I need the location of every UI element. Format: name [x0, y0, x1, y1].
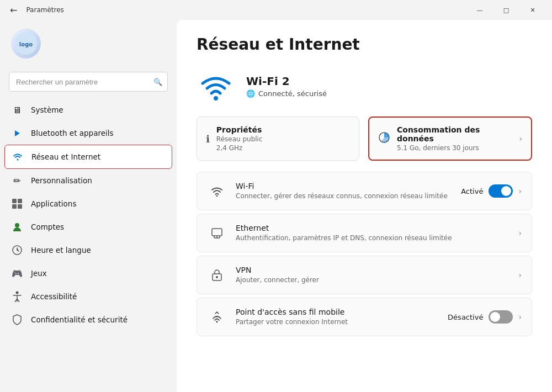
sidebar-item-label: Accessibilité — [31, 292, 77, 301]
properties-row: ℹ️ Propriétés Réseau public 2,4 GHz Cons — [197, 116, 532, 161]
svg-text:logo: logo — [19, 41, 33, 47]
systeme-icon: 🖥 — [11, 104, 23, 116]
hotspot-icon — [207, 307, 227, 327]
sidebar-item-comptes[interactable]: Comptes — [4, 215, 172, 239]
sidebar-item-heure[interactable]: Heure et langue — [4, 239, 172, 262]
ethernet-section-content: Ethernet Authentification, paramètres IP… — [236, 224, 509, 243]
sidebar-item-label: Jeux — [31, 269, 47, 278]
wifi-chevron-icon: › — [518, 187, 522, 195]
vpn-section-content: VPN Ajouter, connecter, gérer — [236, 266, 509, 285]
svg-point-10 — [214, 96, 218, 100]
sidebar-item-label: Heure et langue — [31, 246, 91, 255]
globe-icon: 🌐 — [246, 89, 255, 98]
close-button[interactable]: ✕ — [520, 1, 545, 19]
sidebar-item-label: Système — [31, 105, 63, 114]
back-button[interactable]: ← — [7, 3, 20, 18]
wifi-section-item[interactable]: Wi-Fi Connecter, gérer des réseaux connu… — [197, 172, 532, 210]
svg-rect-3 — [12, 199, 17, 203]
sidebar-profile: logo — [0, 20, 177, 70]
comptes-icon — [11, 221, 23, 233]
sidebar-item-label: Bluetooth et appareils — [31, 129, 114, 137]
ethernet-section-title: Ethernet — [236, 224, 509, 232]
avatar: logo — [11, 29, 41, 59]
sidebar-item-bluetooth[interactable]: Bluetooth et appareils — [4, 121, 172, 145]
titlebar-title: Paramètres — [26, 6, 63, 14]
sidebar-nav: 🖥 Système Bluetooth et appareils — [0, 98, 177, 381]
titlebar: ← Paramètres — □ ✕ — [0, 0, 552, 20]
chevron-right-icon: › — [519, 134, 522, 143]
hotspot-section-content: Point d'accès sans fil mobile Partager v… — [236, 308, 439, 327]
svg-point-7 — [15, 223, 19, 227]
svg-point-9 — [16, 292, 19, 294]
page-title: Réseau et Internet — [197, 35, 532, 54]
wifi-connection-status: 🌐 Connecté, sécurisé — [246, 89, 327, 98]
titlebar-controls: — □ ✕ — [467, 1, 545, 19]
sidebar-item-label: Confidentialité et sécurité — [31, 315, 128, 324]
vpn-section-title: VPN — [236, 266, 509, 274]
data-usage-sub: 5.1 Go, derniers 30 jours — [397, 144, 512, 152]
vpn-icon — [207, 265, 227, 285]
accessibilite-icon — [11, 290, 23, 303]
hotspot-section-sub: Partager votre connexion Internet — [236, 317, 439, 327]
ethernet-chevron-icon: › — [518, 229, 522, 237]
sidebar-item-label: Personnalisation — [31, 176, 92, 185]
apps-icon — [11, 198, 23, 210]
sidebar-item-systeme[interactable]: 🖥 Système — [4, 98, 172, 121]
properties-card[interactable]: ℹ️ Propriétés Réseau public 2,4 GHz — [197, 116, 359, 161]
data-usage-card[interactable]: Consommation des données 5.1 Go, dernier… — [368, 116, 532, 161]
bluetooth-icon — [11, 127, 23, 139]
sidebar-item-perso[interactable]: ✏️ Personnalisation — [4, 169, 172, 192]
prop-card-title: Propriétés — [216, 125, 350, 134]
wifi-section-right: Activé › — [461, 184, 522, 198]
svg-point-2 — [17, 159, 19, 161]
ethernet-icon — [207, 223, 227, 243]
reseau-icon — [12, 151, 24, 163]
prop-card-content: Propriétés Réseau public 2,4 GHz — [216, 125, 350, 152]
ethernet-section-sub: Authentification, paramètres IP et DNS, … — [236, 234, 509, 243]
maximize-button[interactable]: □ — [493, 1, 519, 19]
wifi-toggle[interactable] — [489, 184, 513, 198]
info-icon: ℹ️ — [206, 133, 210, 145]
hotspot-section-item[interactable]: Point d'accès sans fil mobile Partager v… — [197, 298, 532, 336]
svg-rect-4 — [18, 199, 22, 203]
sidebar-item-confidentialite[interactable]: Confidentialité et sécurité — [4, 308, 172, 331]
wifi-icon — [207, 181, 227, 201]
confidentialite-icon — [11, 314, 23, 326]
perso-icon: ✏️ — [11, 174, 23, 187]
sidebar-item-label: Réseau et Internet — [31, 152, 100, 161]
svg-rect-6 — [18, 204, 22, 209]
sidebar-item-accessibilite[interactable]: Accessibilité — [4, 285, 172, 308]
vpn-section-item[interactable]: VPN Ajouter, connecter, gérer › — [197, 256, 532, 294]
sidebar-item-jeux[interactable]: 🎮 Jeux — [4, 262, 172, 285]
sidebar-item-label: Comptes — [31, 223, 64, 231]
wifi-status-label: Activé — [461, 187, 483, 195]
sidebar-item-label: Applications — [31, 199, 76, 208]
data-usage-icon — [378, 131, 390, 146]
search-icon: 🔍 — [153, 78, 162, 86]
sidebar-item-apps[interactable]: Applications — [4, 192, 172, 215]
sidebar: logo 🔍 🖥 Système — [0, 20, 177, 392]
prop-frequency: 2,4 GHz — [216, 144, 350, 152]
avatar-image: logo — [11, 29, 41, 59]
wifi-section-content: Wi-Fi Connecter, gérer des réseaux connu… — [236, 182, 452, 201]
vpn-section-sub: Ajouter, connecter, gérer — [236, 276, 509, 285]
hotspot-toggle[interactable] — [489, 310, 513, 324]
wifi-section-sub: Connecter, gérer des réseaux connus, con… — [236, 192, 452, 201]
wifi-info: Wi-Fi 2 🌐 Connecté, sécurisé — [246, 75, 327, 98]
hotspot-status-label: Désactivé — [448, 313, 483, 321]
app-window: logo 🔍 🖥 Système — [0, 20, 552, 392]
wifi-large-icon — [197, 67, 235, 105]
data-usage-content: Consommation des données 5.1 Go, dernier… — [397, 125, 512, 152]
titlebar-left: ← Paramètres — [7, 3, 64, 18]
vpn-chevron-icon: › — [518, 271, 522, 279]
svg-rect-5 — [12, 204, 17, 209]
sidebar-item-reseau[interactable]: Réseau et Internet — [4, 145, 172, 169]
search-input[interactable] — [9, 72, 168, 92]
ethernet-section-item[interactable]: Ethernet Authentification, paramètres IP… — [197, 214, 532, 252]
hotspot-section-right: Désactivé › — [448, 310, 522, 324]
wifi-section-title: Wi-Fi — [236, 182, 452, 190]
search-box[interactable]: 🔍 — [9, 72, 168, 92]
minimize-button[interactable]: — — [467, 1, 492, 19]
hotspot-chevron-icon: › — [518, 312, 522, 321]
svg-point-12 — [216, 195, 218, 197]
